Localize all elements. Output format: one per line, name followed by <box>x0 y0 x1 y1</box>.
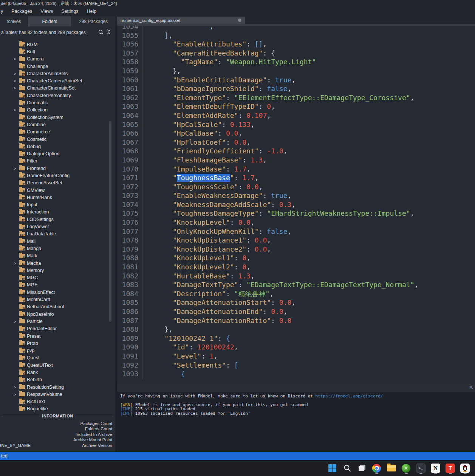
scroll-pin-icon[interactable]: ⇱ <box>469 385 473 390</box>
tree-item-buff[interactable]: 2Buff <box>0 48 113 55</box>
terminal-icon[interactable]: >_ <box>416 462 426 474</box>
tab-rchives[interactable]: rchives <box>0 16 28 26</box>
chevron-right-icon[interactable]: > <box>14 108 17 112</box>
package-count-badge: 42 <box>22 285 26 287</box>
tree-item-combine[interactable]: 1Combine <box>0 121 113 128</box>
json-code-viewer[interactable]: 1054 ",1055 ],1056 "EnableAttributes": [… <box>117 26 475 383</box>
tree-item-monthcard[interactable]: 3MonthCard <box>0 296 113 303</box>
document-tab[interactable]: numerical_config_equip.uasset <box>117 17 245 24</box>
search-icon[interactable] <box>342 462 352 474</box>
tree-item-characteranimsets[interactable]: >45CharacterAnimSets <box>0 70 113 77</box>
chevron-right-icon[interactable]: > <box>14 167 17 170</box>
chevron-right-icon[interactable]: > <box>14 79 17 83</box>
tree-item-filter[interactable]: 5Filter <box>0 158 113 165</box>
tree-item-logviewer[interactable]: 1LogViewer <box>0 223 113 230</box>
tree-item-gamefeatureconfig[interactable]: 1GameFeatureConfig <box>0 172 113 179</box>
task-view-icon[interactable] <box>357 462 367 474</box>
green-app-icon[interactable]: ✕ <box>401 462 411 474</box>
chevron-right-icon[interactable]: > <box>14 86 17 90</box>
tree-item-quest[interactable]: 1Quest <box>0 354 113 362</box>
tree-item-label: Rank <box>27 370 38 375</box>
menu-item-help[interactable]: Help <box>82 9 101 14</box>
tree-item-npcbaseinfo[interactable]: 5NpcBaseInfo <box>0 311 113 318</box>
qq-icon[interactable] <box>460 462 470 474</box>
tab-close-icon[interactable] <box>238 19 241 22</box>
tree-item-hunterrank[interactable]: 14HunterRank <box>0 194 113 201</box>
folder-icon: 3 <box>19 298 25 302</box>
line-number: 1054 <box>117 26 138 31</box>
tree-item-luadatatable[interactable]: 204LuaDataTable <box>0 230 113 238</box>
tree-item-questuitext[interactable]: 1QuestUIText <box>0 362 113 369</box>
line-number: 1071 <box>117 173 138 182</box>
tree-item-richtext[interactable]: 1RichText <box>0 398 113 405</box>
chrome-icon[interactable] <box>371 462 382 474</box>
tree-item-label: Buff <box>27 49 35 54</box>
tab-298-packages[interactable]: 298 Packages <box>72 16 115 26</box>
tree-item-commerce[interactable]: 2Commerce <box>0 128 113 136</box>
tree-item-netbarandschool[interactable]: 3NetbarAndSchool <box>0 303 113 311</box>
chevron-right-icon[interactable]: > <box>14 385 17 389</box>
tree-item-characterpersonality[interactable]: 5CharacterPersonality <box>0 92 113 99</box>
chevron-right-icon[interactable]: > <box>14 320 17 323</box>
tree-item-respawnvolume[interactable]: >RespawnVolume <box>0 391 113 398</box>
tree-item-missioneffect[interactable]: 1MissionEffect <box>0 289 113 296</box>
tree-item-mail[interactable]: 1Mail <box>0 238 113 245</box>
tree-item-mgc[interactable]: 12MGC <box>0 274 113 281</box>
package-count-badge: 1 <box>23 227 26 229</box>
tree-item-manga[interactable]: 1Manga <box>0 245 113 252</box>
chevron-right-icon[interactable]: > <box>14 57 17 61</box>
tree-item-pendanteditor[interactable]: 1PendantEditor <box>0 325 113 332</box>
start-icon[interactable] <box>327 462 337 474</box>
tree-item-gmview[interactable]: 1GMView <box>0 187 113 194</box>
tree-item-roguelike[interactable]: 1Roguelike <box>0 405 113 413</box>
tree-item-collectionsystem[interactable]: 5CollectionSystem <box>0 114 113 121</box>
tree-item-input[interactable]: 1Input <box>0 201 113 209</box>
tree-item-cosmetic[interactable]: 1Cosmetic <box>0 136 113 143</box>
tab-folders[interactable]: Folders <box>28 16 72 26</box>
chevron-right-icon[interactable]: > <box>14 72 17 76</box>
tree-item-memory[interactable]: 3Memory <box>0 267 113 274</box>
search-icon[interactable] <box>98 29 104 36</box>
package-count-badge: 2 <box>23 132 26 134</box>
tree-item-resolutionsetting[interactable]: >ResolutionSetting <box>0 383 113 391</box>
tree-item-collection[interactable]: >Collection <box>0 107 113 114</box>
tree-item-frontend[interactable]: >Frontend <box>0 165 113 172</box>
tree-item-rank[interactable]: 4Rank <box>0 369 113 376</box>
tree-item-interaction[interactable]: 1Interaction <box>0 209 113 216</box>
red-app-icon[interactable]: T <box>445 462 455 474</box>
tree-item-mge[interactable]: 42MGE <box>0 281 113 289</box>
tree-item-charactercameraanimset[interactable]: >12CharacterCameraAnimSet <box>0 77 113 84</box>
tree-item-cinematic[interactable]: 1Cinematic <box>0 99 113 106</box>
tree-item-genericassetset[interactable]: 4GenericAssetSet <box>0 179 113 187</box>
code-line-1071: 1071 "ToughnessBase": 1.7, <box>117 173 475 182</box>
tree-item-camera[interactable]: >Camera <box>0 56 113 63</box>
menu-item-settings[interactable]: Settings <box>57 9 82 14</box>
explorer-icon[interactable] <box>386 462 396 474</box>
tree-item-bgm[interactable]: 1BGM <box>0 41 113 48</box>
tree-item-debug[interactable]: 1Debug <box>0 143 113 150</box>
tree-scrollbar[interactable] <box>109 121 111 322</box>
tree-item-mecha[interactable]: >20Mecha <box>0 260 113 267</box>
tree-item-challenge[interactable]: 2Challenge <box>0 63 113 70</box>
menu-item-views[interactable]: Views <box>36 9 57 14</box>
collapse-all-icon[interactable] <box>106 29 111 36</box>
tree-item-particle[interactable]: >Particle <box>0 318 113 325</box>
tree-item-label: Combine <box>27 122 46 127</box>
chevron-right-icon[interactable]: > <box>14 393 17 396</box>
tree-item-charactercinematicset[interactable]: >CharacterCinematicSet <box>0 85 113 92</box>
tree-item-preset[interactable]: 1Preset <box>0 332 113 340</box>
chevron-right-icon[interactable]: > <box>14 261 17 265</box>
tree-item-label: LogViewer <box>27 224 49 229</box>
tree-item-lodsettings[interactable]: 49LODSettings <box>0 216 113 223</box>
tree-item-mark[interactable]: 1Mark <box>0 252 113 260</box>
code-text: "CameraHitFeedBackTag": { <box>142 49 275 58</box>
folder-icon: 3 <box>19 305 25 309</box>
menu-item-y[interactable]: y <box>0 9 7 14</box>
tree-item-rebirth[interactable]: 4Rebirth <box>0 376 113 383</box>
notion-icon[interactable]: N <box>430 462 441 474</box>
tree-item-proto[interactable]: 1Proto <box>0 340 113 347</box>
discord-link[interactable]: https://fmodel.app/discord/ <box>316 394 383 399</box>
menu-item-packages[interactable]: Packages <box>7 9 36 14</box>
tree-item-pvp[interactable]: 7pvp <box>0 347 113 354</box>
tree-item-dialogueoption[interactable]: 2DialogueOption <box>0 150 113 157</box>
